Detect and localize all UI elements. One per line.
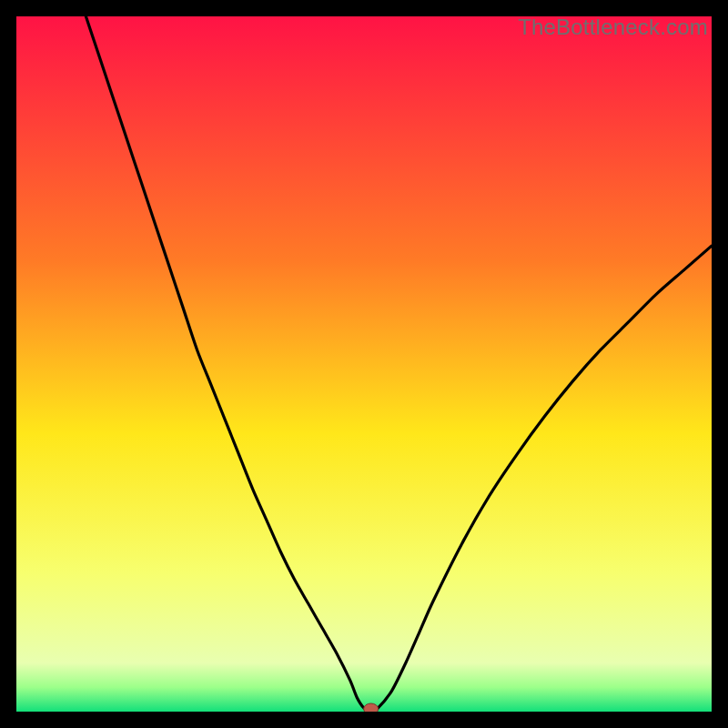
chart-svg (16, 16, 712, 712)
watermark-text: TheBottleneck.com (518, 15, 708, 40)
optimal-marker (364, 703, 379, 712)
chart-frame: TheBottleneck.com (16, 16, 712, 712)
